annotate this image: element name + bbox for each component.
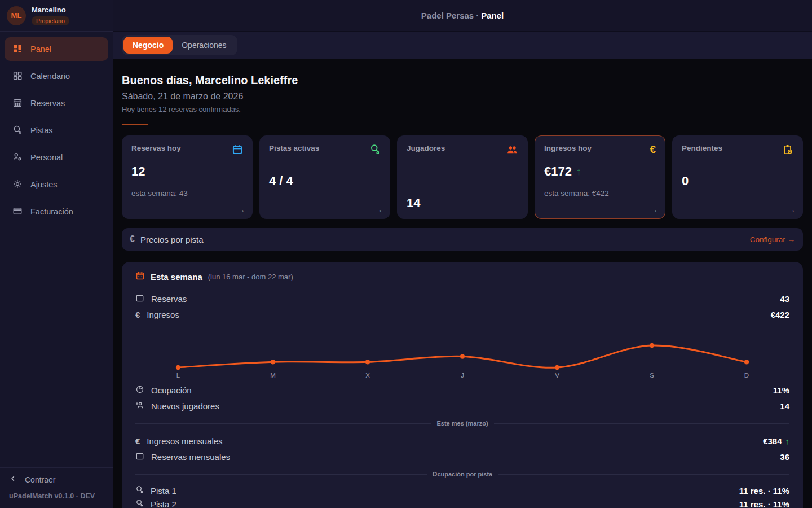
week-chart-wrap: LMXJVSD: [135, 330, 789, 380]
arrow-right-icon[interactable]: →: [375, 205, 383, 214]
collapse-label: Contraer: [25, 475, 55, 484]
tab-group: Negocio Operaciones: [122, 35, 237, 55]
title-separator: ·: [474, 11, 481, 20]
topbar: Padel Persas·Panel: [113, 0, 812, 32]
sidebar-item-pistas[interactable]: Pistas: [5, 119, 108, 142]
sidebar-item-panel[interactable]: Panel: [5, 37, 108, 61]
user-block[interactable]: ML Marcelino Propietario: [0, 0, 113, 32]
sidebar-item-facturacion[interactable]: Facturación: [5, 200, 108, 224]
euro-icon: €: [130, 234, 135, 244]
row-label: Reservas mensuales: [151, 452, 230, 462]
stat-card-pendientes[interactable]: Pendientes 0 →: [672, 135, 803, 219]
calendar-icon: [135, 294, 144, 304]
row-label: Pista 1: [151, 486, 176, 496]
greeting-title: Buenos días, Marcelino Lekieffre: [122, 74, 803, 87]
week-panel-range: (lun 16 mar - dom 22 mar): [208, 273, 293, 281]
card-value: 12: [131, 164, 145, 179]
sidebar-item-label: Personal: [30, 153, 63, 162]
card-label: Jugadores: [407, 144, 445, 152]
week-panel-title: Esta semana: [151, 272, 202, 282]
trend-up-icon: ↑: [576, 166, 581, 178]
stat-row-ingresos-mensuales: € Ingresos mensuales €384 ↑: [135, 433, 789, 449]
pricing-label: Precios por pista: [140, 235, 204, 244]
stat-card-ingresos-hoy[interactable]: Ingresos hoy € €172 ↑ esta semana: €422 …: [535, 135, 665, 219]
sidebar-item-label: Panel: [30, 45, 51, 54]
stat-card-pistas-activas[interactable]: Pistas activas 4 / 4 →: [259, 135, 390, 219]
racket-icon: [135, 499, 144, 508]
row-label: Reservas: [151, 294, 187, 304]
card-value-text: €172: [544, 164, 572, 179]
row-label: Pista 2: [151, 500, 176, 508]
chart-axis-label: L: [176, 372, 180, 379]
stat-card-jugadores[interactable]: Jugadores 14: [397, 135, 528, 219]
card-subtext: esta semana: 43: [131, 189, 188, 198]
racket-icon: [12, 125, 23, 137]
chart-axis-label: M: [270, 372, 276, 379]
pricing-bar[interactable]: € Precios por pista Configurar →: [122, 228, 803, 251]
euro-icon: €: [650, 144, 656, 155]
stat-cards: Reservas hoy 12 esta semana: 43 → Pistas: [122, 135, 803, 219]
row-value: 11%: [773, 386, 789, 395]
sidebar-item-calendario[interactable]: Calendario: [5, 64, 108, 88]
user-name: Marcelino: [32, 6, 69, 15]
row-value: €384 ↑: [763, 436, 789, 446]
row-label: Ingresos mensuales: [147, 436, 222, 446]
stat-card-reservas-hoy[interactable]: Reservas hoy 12 esta semana: 43 →: [122, 135, 253, 219]
calendar-grid-icon: [12, 71, 23, 82]
sidebar-item-ajustes[interactable]: Ajustes: [5, 173, 108, 196]
card-label: Reservas hoy: [131, 144, 181, 152]
arrow-right-icon[interactable]: →: [788, 205, 796, 214]
card-value: €172 ↑: [544, 164, 581, 179]
arrow-right-icon[interactable]: →: [237, 205, 245, 214]
page-title: Padel Persas·Panel: [421, 11, 504, 20]
divider-label: Ocupación por pista: [433, 471, 492, 478]
court-row-pista-1: Pista 1 11 res. · 11%: [135, 484, 789, 497]
court-row-pista-2: Pista 2 11 res. · 11%: [135, 497, 789, 508]
chart-point: [176, 365, 180, 370]
calendar-icon: [12, 98, 23, 110]
divider-label: Este mes (marzo): [436, 420, 488, 427]
trend-up-icon: ↑: [785, 436, 790, 446]
pie-icon: [135, 385, 144, 396]
chart-axis-label: V: [555, 372, 559, 379]
calendar-icon: [232, 144, 243, 157]
dashboard-content: Buenos días, Marcelino Lekieffre Sábado,…: [113, 59, 812, 508]
card-value: 14: [407, 196, 420, 211]
stat-row-nuevos-jugadores: Nuevos jugadores 14: [135, 398, 789, 414]
billing-icon: [12, 206, 23, 218]
tab-operaciones[interactable]: Operaciones: [173, 37, 235, 54]
app-root: ML Marcelino Propietario Panel: [0, 0, 812, 508]
calendar-icon: [135, 271, 145, 283]
sidebar-item-label: Pistas: [30, 126, 53, 135]
user-role-badge: Propietario: [32, 16, 69, 25]
greeting-date: Sábado, 21 de marzo de 2026: [122, 91, 803, 102]
stat-row-reservas-mensuales: Reservas mensuales 36: [135, 449, 789, 465]
sidebar-item-label: Calendario: [30, 72, 70, 81]
chart-point: [744, 360, 749, 364]
card-label: Ingresos hoy: [544, 144, 592, 152]
main-area: Padel Persas·Panel Negocio Operaciones B…: [113, 0, 812, 508]
configure-link[interactable]: Configurar →: [750, 235, 795, 244]
euro-icon: €: [135, 310, 140, 319]
clipboard-clock-icon: [782, 144, 793, 157]
sidebar-item-personal[interactable]: Personal: [5, 146, 108, 169]
sidebar-nav: Panel Calendario: [0, 32, 113, 229]
stat-row-ingresos: € Ingresos €422: [135, 306, 789, 322]
avatar: ML: [7, 6, 26, 25]
chart-axis-label: J: [461, 372, 464, 379]
person-plus-icon: [135, 401, 144, 411]
racket-icon: [369, 144, 381, 157]
chart-point: [650, 343, 654, 348]
row-label: Ingresos: [147, 310, 179, 319]
card-subtext: esta semana: €422: [544, 189, 609, 198]
arrow-right-icon[interactable]: →: [650, 205, 658, 214]
chevron-left-icon: [9, 475, 17, 484]
courts-divider: Ocupación por pista: [135, 471, 789, 478]
row-value-text: €384: [763, 436, 782, 446]
chart-point: [460, 354, 465, 358]
collapse-button[interactable]: Contraer: [9, 475, 104, 484]
calendar-icon: [135, 452, 144, 462]
tab-negocio[interactable]: Negocio: [123, 37, 173, 54]
sidebar-item-reservas[interactable]: Reservas: [5, 91, 108, 115]
tabs-row: Negocio Operaciones: [113, 32, 812, 59]
